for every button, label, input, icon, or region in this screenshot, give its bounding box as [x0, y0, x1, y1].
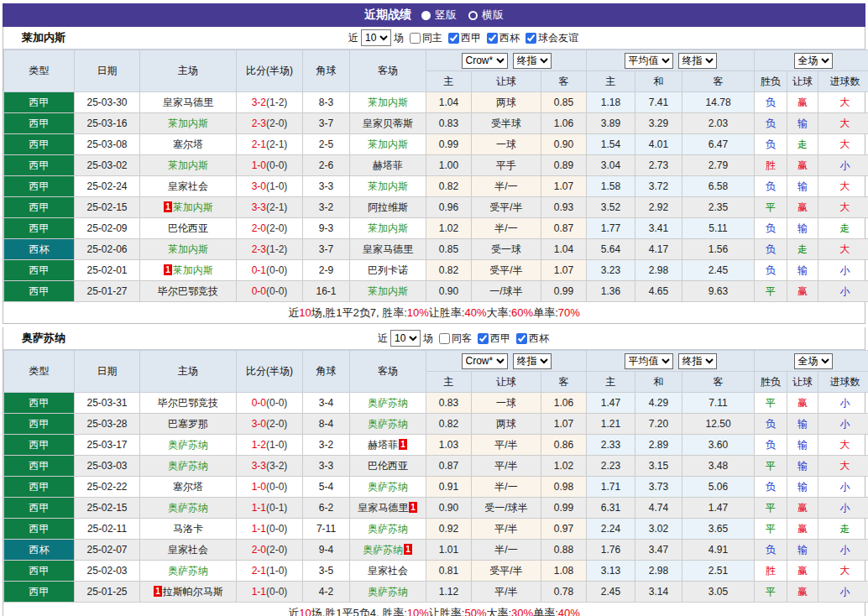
sub-column-header: 客 [541, 372, 587, 393]
handicap-cell: 半/一 [472, 218, 541, 239]
odds-stage-select-1[interactable]: 终指 [513, 53, 552, 69]
bookmaker-select[interactable]: Crow* [462, 353, 508, 369]
filter-checkbox-0[interactable] [439, 333, 450, 344]
score-cell: 2-0(2-0) [237, 218, 303, 239]
fulltime-score: 3-0 [252, 418, 266, 430]
handicap-cell: 受一/球半 [472, 498, 541, 519]
average-odds-cell: 3.73 [635, 477, 682, 498]
average-odds-cell: 5.64 [587, 239, 635, 260]
home-team-cell: 塞尔塔 [140, 477, 237, 498]
odds-stage-select-1[interactable]: 终指 [513, 353, 552, 369]
average-odds-cell: 7.41 [635, 92, 682, 113]
filter-option-label: 西甲 [461, 31, 481, 45]
recent-count-select[interactable]: 10 [390, 330, 421, 347]
corners-cell: 3-3 [303, 176, 350, 197]
halftime-score: (0-0) [266, 159, 287, 171]
halftime-score: (2-0) [266, 222, 287, 234]
filter-option[interactable]: 同主 [406, 31, 442, 45]
date-cell: 25-03-30 [75, 92, 140, 113]
handicap-cell: 平/半 [472, 519, 541, 540]
average-odds-cell: 4.91 [682, 540, 755, 561]
filter-option-label: 同客 [452, 331, 472, 346]
layout-radio-horizontal[interactable]: 横版 [468, 8, 504, 23]
fulltime-score: 1-0 [252, 481, 266, 493]
score-cell: 1-1(0-0) [237, 582, 303, 603]
filter-option[interactable]: 球会友谊 [522, 31, 578, 45]
summary-segment: 近 [288, 606, 299, 616]
home-team-name: 奥萨苏纳 [168, 460, 208, 472]
average-odds-cell: 14.78 [682, 92, 755, 113]
handicap-cell: 受平/半 [472, 561, 541, 582]
away-team-name: 巴列卡诺 [368, 264, 408, 276]
home-team-cell: 莱加内斯 [140, 113, 237, 134]
odds-cell: 0.82 [426, 414, 472, 435]
fulltime-score: 2-0 [252, 544, 266, 556]
handicap-result-cell: 赢 [787, 498, 818, 519]
sub-column-header: 让球 [787, 71, 818, 92]
league-type-cell: 西甲 [4, 456, 75, 477]
handicap-result-cell: 赢 [787, 582, 818, 603]
odds-stage-select-2[interactable]: 终指 [678, 53, 717, 69]
sub-column-header: 进球数 [818, 71, 868, 92]
sub-column-header: 胜负 [755, 372, 787, 393]
average-select[interactable]: 平均值 [625, 53, 673, 69]
win-draw-lose-cell: 负 [755, 113, 787, 134]
home-team-name: 拉斯帕尔马斯 [163, 586, 223, 598]
recent-count-select[interactable]: 10 [361, 29, 391, 46]
column-header: 主场 [140, 351, 237, 393]
goals-result-cell: 小 [818, 260, 868, 281]
fulltime-score: 0-0 [252, 397, 266, 409]
handicap-cell: 平/半 [472, 582, 541, 603]
handicap-result-cell: 输 [787, 456, 818, 477]
away-team-cell: 奥萨苏纳 [350, 519, 426, 540]
filter-checkbox-3[interactable] [526, 33, 536, 44]
handicap-result-cell: 赢 [787, 561, 818, 582]
filter-option[interactable]: 西甲 [474, 331, 510, 346]
filter-checkbox-1[interactable] [478, 333, 489, 344]
corners-cell: 3-7 [303, 239, 350, 260]
full-match-select[interactable]: 全场 [794, 53, 833, 69]
odds-group2-header: 平均值终指 [587, 50, 755, 71]
average-odds-cell: 4.65 [635, 281, 682, 302]
filter-checkbox-2[interactable] [516, 333, 527, 344]
filter-checkbox-1[interactable] [448, 33, 459, 44]
handicap-result-cell: 输 [787, 477, 818, 498]
radio-icon [468, 11, 478, 20]
halftime-score: (0-0) [266, 586, 287, 598]
sub-column-header: 客 [541, 71, 587, 92]
matches-label: 场 [394, 31, 404, 45]
date-cell: 25-01-25 [75, 582, 140, 603]
average-select[interactable]: 平均值 [625, 353, 673, 369]
average-odds-cell: 3.72 [635, 176, 682, 197]
home-team-cell: 马洛卡 [140, 519, 237, 540]
match-row: 西甲25-02-151莱加内斯3-3(2-1)3-2阿拉维斯0.96受平/半0.… [4, 197, 868, 218]
filter-option[interactable]: 西甲 [445, 31, 481, 45]
away-team-cell: 莱加内斯 [350, 176, 426, 197]
match-row: 西甲25-02-15奥萨苏纳1-1(0-1)6-2皇家马德里10.90受一/球半… [4, 498, 868, 519]
date-cell: 25-02-24 [75, 176, 140, 197]
odds-stage-select-2[interactable]: 终指 [678, 353, 717, 369]
odds-cell: 0.85 [541, 92, 587, 113]
filter-option[interactable]: 同客 [436, 331, 472, 346]
home-team-name: 莱加内斯 [168, 117, 208, 129]
bookmaker-select[interactable]: Crow* [462, 53, 508, 69]
filter-checkbox-2[interactable] [487, 33, 498, 44]
filter-option[interactable]: 西杯 [513, 331, 549, 346]
layout-radio-vertical[interactable]: 竖版 [421, 8, 457, 23]
halftime-score: (1-2) [266, 97, 287, 108]
fulltime-score: 1-1 [252, 502, 266, 514]
full-match-select[interactable]: 全场 [794, 353, 833, 369]
summary-segment: 30% [511, 607, 533, 616]
odds-cell: 0.91 [426, 477, 472, 498]
corners-cell: 7-11 [303, 519, 350, 540]
win-draw-lose-cell: 负 [755, 435, 787, 456]
filter-checkbox-0[interactable] [410, 33, 421, 44]
home-team-name: 莱加内斯 [173, 264, 213, 276]
score-cell: 0-0(0-0) [237, 393, 303, 414]
filter-option[interactable]: 西杯 [484, 31, 520, 45]
average-odds-cell: 4.17 [635, 239, 682, 260]
red-card-icon: 1 [164, 201, 172, 212]
home-team-cell: 1莱加内斯 [140, 260, 237, 281]
away-team-name: 皇家马德里 [363, 243, 413, 255]
recent-label: 近 [348, 31, 358, 45]
